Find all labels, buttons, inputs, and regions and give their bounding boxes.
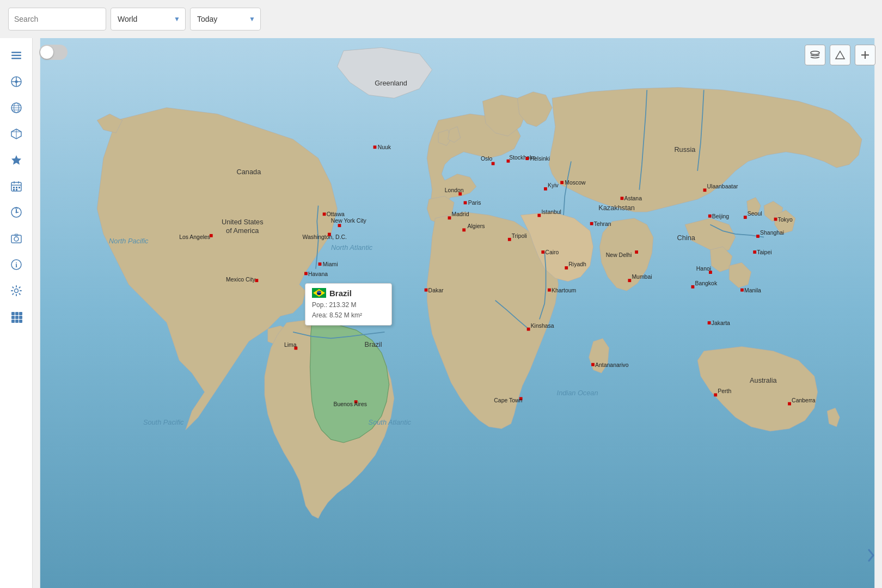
svg-text:Buenos Aires: Buenos Aires [333,401,367,407]
sidebar-item-timeline[interactable] [4,200,28,224]
svg-text:Greenland: Greenland [375,79,407,87]
world-map-container: Nuuk Ottawa New York City Washington, D.… [33,38,882,588]
svg-rect-67 [425,289,428,292]
sidebar-item-globe[interactable] [4,96,28,120]
svg-rect-37 [15,312,19,315]
terrain-button[interactable] [830,45,850,65]
sidebar-item-screenshot[interactable] [4,226,28,250]
svg-text:London: London [445,187,464,193]
map-toggle[interactable] [39,45,68,60]
svg-rect-0 [11,52,21,53]
sidebar-item-calendar[interactable] [4,174,28,198]
svg-text:Indian Ocean: Indian Ocean [557,389,598,397]
svg-text:Los Angeles: Los Angeles [179,234,210,240]
svg-text:Lima: Lima [284,342,297,348]
tooltip-population: Pop.: 213.32 M [312,300,385,310]
svg-rect-57 [255,279,259,282]
svg-text:Cape Town: Cape Town [494,397,522,403]
svg-rect-44 [19,320,22,323]
sidebar-item-gamepad[interactable] [4,70,28,94]
svg-rect-24 [16,189,17,191]
svg-rect-81 [591,363,595,366]
svg-text:North Pacific: North Pacific [109,237,149,245]
svg-rect-47 [323,212,326,216]
svg-text:United States: United States [222,218,264,226]
app-container: World North America Europe Asia Africa S… [0,0,882,588]
country-tooltip: Brazil Pop.: 213.32 M Area: 8.52 M km² [305,283,392,326]
svg-text:Tokyo: Tokyo [778,217,793,223]
svg-text:Moscow: Moscow [565,180,586,186]
svg-rect-109 [635,250,638,254]
toggle-knob [40,46,53,59]
svg-rect-117 [774,218,777,221]
sidebar-item-favorites[interactable] [4,148,28,172]
svg-text:China: China [677,234,696,242]
time-select[interactable]: Today This Week This Month This Year [190,8,261,30]
sidebar-item-list[interactable] [4,44,28,68]
svg-text:Tripoli: Tripoli [512,233,527,239]
svg-text:Helsinki: Helsinki [530,156,550,162]
region-select[interactable]: World North America Europe Asia Africa S… [111,8,186,30]
svg-text:Taipei: Taipei [757,249,771,255]
svg-text:Riyadh: Riyadh [568,261,586,267]
svg-text:Nuuk: Nuuk [378,144,391,150]
svg-text:Cairo: Cairo [545,249,559,255]
svg-text:Canada: Canada [237,168,262,176]
sidebar-item-3d[interactable] [4,122,28,146]
svg-rect-40 [15,316,19,319]
svg-text:Shanghai: Shanghai [760,230,784,236]
svg-rect-131 [714,393,717,396]
svg-rect-75 [548,289,551,292]
sidebar-item-settings[interactable] [4,279,28,303]
svg-text:Brazil: Brazil [365,340,382,348]
svg-rect-97 [544,187,547,191]
time-select-wrapper: Today This Week This Month This Year ▼ [190,8,261,30]
svg-text:Kazakhstan: Kazakhstan [598,204,635,212]
svg-text:Paris: Paris [468,200,481,206]
svg-text:Bangkok: Bangkok [695,280,718,286]
svg-rect-93 [525,157,529,160]
sidebar-item-info[interactable]: i [4,253,28,277]
search-input[interactable] [8,8,106,30]
add-button[interactable] [855,45,875,65]
svg-text:Australia: Australia [750,376,777,384]
svg-point-35 [14,289,18,293]
map-controls-top-right [805,45,875,65]
svg-marker-150 [836,51,844,59]
svg-text:Hanoi: Hanoi [696,266,711,272]
svg-text:Kinshasa: Kinshasa [531,323,554,329]
svg-rect-85 [464,201,467,205]
tooltip-info: Pop.: 213.32 M Area: 8.52 M km² [312,300,385,321]
svg-rect-133 [788,402,791,406]
svg-rect-111 [703,188,707,192]
svg-rect-30 [11,235,21,243]
svg-text:Seoul: Seoul [748,211,762,217]
svg-rect-21 [16,187,17,188]
svg-text:Tehran: Tehran [594,221,611,227]
svg-rect-55 [304,272,308,275]
svg-text:Washington, D.C.: Washington, D.C. [303,234,347,240]
svg-text:Havana: Havana [308,271,328,277]
svg-rect-73 [508,238,511,241]
city-dot [373,145,377,149]
brazil-flag [312,288,326,298]
svg-rect-95 [560,181,564,184]
svg-rect-107 [628,279,631,282]
svg-rect-41 [19,316,22,319]
svg-rect-105 [565,266,568,270]
svg-rect-127 [691,285,695,289]
svg-text:Astana: Astana [624,195,642,201]
layers-icon [810,50,820,60]
sidebar-item-grid[interactable] [4,305,28,329]
svg-text:of America: of America [226,226,259,235]
svg-text:Jakarta: Jakarta [712,320,730,326]
svg-rect-53 [318,262,322,266]
svg-text:Istanbul: Istanbul [541,209,561,215]
chevron-right-button[interactable] [865,544,878,566]
svg-text:Ulaanbaatar: Ulaanbaatar [707,183,738,189]
region-select-wrapper: World North America Europe Asia Africa S… [111,8,186,30]
map-area[interactable]: Nuuk Ottawa New York City Washington, D.… [33,38,882,588]
svg-text:Russia: Russia [674,145,696,154]
layers-button[interactable] [805,45,825,65]
svg-rect-39 [11,316,15,319]
